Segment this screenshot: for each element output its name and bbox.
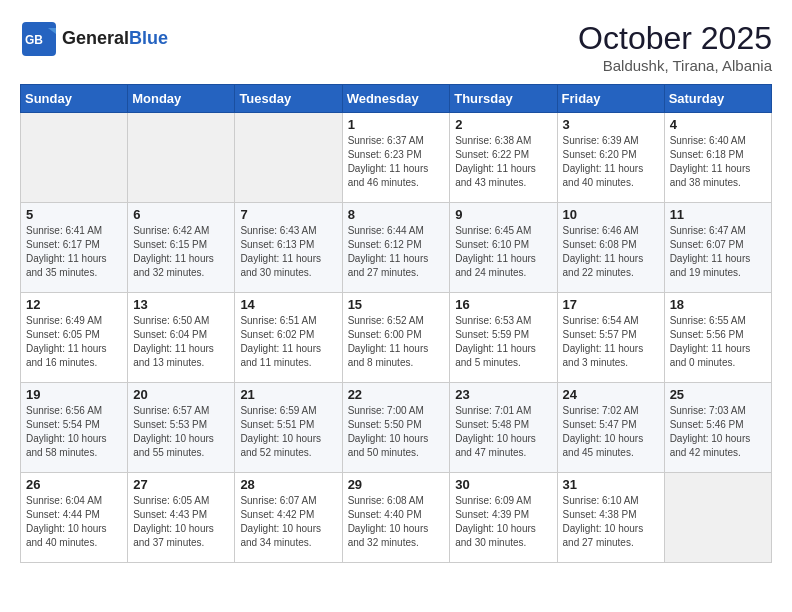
day-number: 12 <box>26 297 122 312</box>
calendar-cell: 10Sunrise: 6:46 AM Sunset: 6:08 PM Dayli… <box>557 203 664 293</box>
calendar-cell <box>235 113 342 203</box>
day-info: Sunrise: 6:42 AM Sunset: 6:15 PM Dayligh… <box>133 224 229 280</box>
day-number: 17 <box>563 297 659 312</box>
weekday-header-row: SundayMondayTuesdayWednesdayThursdayFrid… <box>21 85 772 113</box>
calendar-cell: 7Sunrise: 6:43 AM Sunset: 6:13 PM Daylig… <box>235 203 342 293</box>
day-number: 15 <box>348 297 445 312</box>
day-number: 8 <box>348 207 445 222</box>
calendar-cell: 22Sunrise: 7:00 AM Sunset: 5:50 PM Dayli… <box>342 383 450 473</box>
week-row-2: 5Sunrise: 6:41 AM Sunset: 6:17 PM Daylig… <box>21 203 772 293</box>
day-info: Sunrise: 6:10 AM Sunset: 4:38 PM Dayligh… <box>563 494 659 550</box>
logo-icon: GB <box>20 20 58 58</box>
day-info: Sunrise: 6:41 AM Sunset: 6:17 PM Dayligh… <box>26 224 122 280</box>
day-info: Sunrise: 6:57 AM Sunset: 5:53 PM Dayligh… <box>133 404 229 460</box>
calendar-cell: 23Sunrise: 7:01 AM Sunset: 5:48 PM Dayli… <box>450 383 557 473</box>
day-info: Sunrise: 6:49 AM Sunset: 6:05 PM Dayligh… <box>26 314 122 370</box>
calendar-cell: 3Sunrise: 6:39 AM Sunset: 6:20 PM Daylig… <box>557 113 664 203</box>
day-number: 27 <box>133 477 229 492</box>
day-info: Sunrise: 6:04 AM Sunset: 4:44 PM Dayligh… <box>26 494 122 550</box>
weekday-header-sunday: Sunday <box>21 85 128 113</box>
day-number: 18 <box>670 297 766 312</box>
calendar-cell <box>664 473 771 563</box>
day-info: Sunrise: 6:43 AM Sunset: 6:13 PM Dayligh… <box>240 224 336 280</box>
day-number: 29 <box>348 477 445 492</box>
weekday-header-friday: Friday <box>557 85 664 113</box>
day-info: Sunrise: 6:39 AM Sunset: 6:20 PM Dayligh… <box>563 134 659 190</box>
day-info: Sunrise: 7:01 AM Sunset: 5:48 PM Dayligh… <box>455 404 551 460</box>
day-info: Sunrise: 7:03 AM Sunset: 5:46 PM Dayligh… <box>670 404 766 460</box>
logo-general: General <box>62 28 129 48</box>
calendar-cell: 14Sunrise: 6:51 AM Sunset: 6:02 PM Dayli… <box>235 293 342 383</box>
calendar-cell: 30Sunrise: 6:09 AM Sunset: 4:39 PM Dayli… <box>450 473 557 563</box>
calendar-cell: 9Sunrise: 6:45 AM Sunset: 6:10 PM Daylig… <box>450 203 557 293</box>
weekday-header-monday: Monday <box>128 85 235 113</box>
day-number: 13 <box>133 297 229 312</box>
location-title: Baldushk, Tirana, Albania <box>578 57 772 74</box>
calendar-cell: 17Sunrise: 6:54 AM Sunset: 5:57 PM Dayli… <box>557 293 664 383</box>
calendar-cell: 6Sunrise: 6:42 AM Sunset: 6:15 PM Daylig… <box>128 203 235 293</box>
day-info: Sunrise: 6:52 AM Sunset: 6:00 PM Dayligh… <box>348 314 445 370</box>
day-info: Sunrise: 6:05 AM Sunset: 4:43 PM Dayligh… <box>133 494 229 550</box>
calendar-cell: 28Sunrise: 6:07 AM Sunset: 4:42 PM Dayli… <box>235 473 342 563</box>
day-info: Sunrise: 6:09 AM Sunset: 4:39 PM Dayligh… <box>455 494 551 550</box>
week-row-3: 12Sunrise: 6:49 AM Sunset: 6:05 PM Dayli… <box>21 293 772 383</box>
day-info: Sunrise: 6:44 AM Sunset: 6:12 PM Dayligh… <box>348 224 445 280</box>
day-number: 4 <box>670 117 766 132</box>
calendar-cell: 8Sunrise: 6:44 AM Sunset: 6:12 PM Daylig… <box>342 203 450 293</box>
day-number: 23 <box>455 387 551 402</box>
day-info: Sunrise: 6:37 AM Sunset: 6:23 PM Dayligh… <box>348 134 445 190</box>
day-info: Sunrise: 6:47 AM Sunset: 6:07 PM Dayligh… <box>670 224 766 280</box>
day-number: 31 <box>563 477 659 492</box>
day-number: 1 <box>348 117 445 132</box>
day-info: Sunrise: 6:40 AM Sunset: 6:18 PM Dayligh… <box>670 134 766 190</box>
day-info: Sunrise: 6:51 AM Sunset: 6:02 PM Dayligh… <box>240 314 336 370</box>
logo: GB GeneralBlue <box>20 20 168 58</box>
weekday-header-wednesday: Wednesday <box>342 85 450 113</box>
calendar-cell: 4Sunrise: 6:40 AM Sunset: 6:18 PM Daylig… <box>664 113 771 203</box>
day-info: Sunrise: 6:45 AM Sunset: 6:10 PM Dayligh… <box>455 224 551 280</box>
day-info: Sunrise: 7:02 AM Sunset: 5:47 PM Dayligh… <box>563 404 659 460</box>
day-info: Sunrise: 6:59 AM Sunset: 5:51 PM Dayligh… <box>240 404 336 460</box>
day-info: Sunrise: 6:08 AM Sunset: 4:40 PM Dayligh… <box>348 494 445 550</box>
day-number: 16 <box>455 297 551 312</box>
week-row-1: 1Sunrise: 6:37 AM Sunset: 6:23 PM Daylig… <box>21 113 772 203</box>
calendar-cell: 29Sunrise: 6:08 AM Sunset: 4:40 PM Dayli… <box>342 473 450 563</box>
calendar-cell: 2Sunrise: 6:38 AM Sunset: 6:22 PM Daylig… <box>450 113 557 203</box>
calendar-cell: 26Sunrise: 6:04 AM Sunset: 4:44 PM Dayli… <box>21 473 128 563</box>
week-row-4: 19Sunrise: 6:56 AM Sunset: 5:54 PM Dayli… <box>21 383 772 473</box>
calendar-cell <box>128 113 235 203</box>
day-info: Sunrise: 6:46 AM Sunset: 6:08 PM Dayligh… <box>563 224 659 280</box>
calendar-cell: 18Sunrise: 6:55 AM Sunset: 5:56 PM Dayli… <box>664 293 771 383</box>
calendar-cell <box>21 113 128 203</box>
day-number: 9 <box>455 207 551 222</box>
calendar-cell: 16Sunrise: 6:53 AM Sunset: 5:59 PM Dayli… <box>450 293 557 383</box>
day-info: Sunrise: 6:54 AM Sunset: 5:57 PM Dayligh… <box>563 314 659 370</box>
weekday-header-thursday: Thursday <box>450 85 557 113</box>
title-area: October 2025 Baldushk, Tirana, Albania <box>578 20 772 74</box>
calendar-cell: 25Sunrise: 7:03 AM Sunset: 5:46 PM Dayli… <box>664 383 771 473</box>
day-number: 24 <box>563 387 659 402</box>
day-number: 3 <box>563 117 659 132</box>
day-number: 5 <box>26 207 122 222</box>
day-number: 26 <box>26 477 122 492</box>
month-title: October 2025 <box>578 20 772 57</box>
calendar-cell: 31Sunrise: 6:10 AM Sunset: 4:38 PM Dayli… <box>557 473 664 563</box>
day-number: 22 <box>348 387 445 402</box>
calendar-cell: 15Sunrise: 6:52 AM Sunset: 6:00 PM Dayli… <box>342 293 450 383</box>
day-info: Sunrise: 7:00 AM Sunset: 5:50 PM Dayligh… <box>348 404 445 460</box>
calendar-cell: 21Sunrise: 6:59 AM Sunset: 5:51 PM Dayli… <box>235 383 342 473</box>
day-number: 11 <box>670 207 766 222</box>
calendar-cell: 20Sunrise: 6:57 AM Sunset: 5:53 PM Dayli… <box>128 383 235 473</box>
calendar-cell: 1Sunrise: 6:37 AM Sunset: 6:23 PM Daylig… <box>342 113 450 203</box>
day-number: 10 <box>563 207 659 222</box>
svg-text:GB: GB <box>25 33 43 47</box>
logo-blue: Blue <box>129 28 168 48</box>
day-number: 20 <box>133 387 229 402</box>
day-number: 28 <box>240 477 336 492</box>
day-number: 25 <box>670 387 766 402</box>
day-number: 30 <box>455 477 551 492</box>
calendar-cell: 27Sunrise: 6:05 AM Sunset: 4:43 PM Dayli… <box>128 473 235 563</box>
week-row-5: 26Sunrise: 6:04 AM Sunset: 4:44 PM Dayli… <box>21 473 772 563</box>
day-info: Sunrise: 6:56 AM Sunset: 5:54 PM Dayligh… <box>26 404 122 460</box>
weekday-header-saturday: Saturday <box>664 85 771 113</box>
